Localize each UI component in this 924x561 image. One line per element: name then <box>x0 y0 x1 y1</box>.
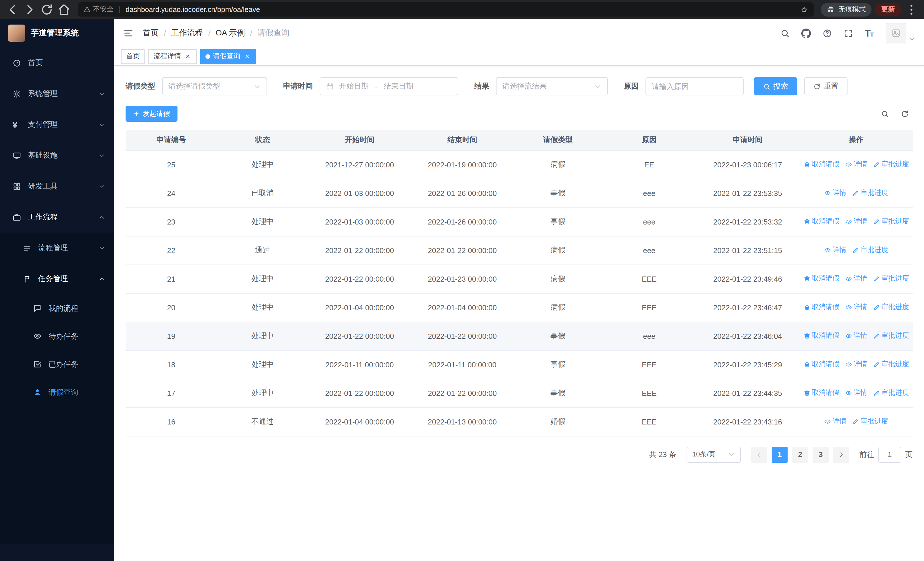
detail-action-link[interactable]: 详情 <box>845 217 867 227</box>
page-button-1[interactable]: 1 <box>772 447 788 462</box>
sidebar-item-4[interactable]: 基础设施 <box>0 140 114 171</box>
page-size-select[interactable]: 10条/页 <box>687 447 741 462</box>
sidebar-item-7[interactable]: 流程管理 <box>0 233 114 263</box>
sidebar-item-12[interactable]: 请假查询 <box>0 378 114 406</box>
filter-buttons: 搜索 重置 <box>754 77 848 95</box>
breadcrumb-item[interactable]: 工作流程 <box>171 28 203 38</box>
table-cell: 通过 <box>217 236 308 265</box>
github-button[interactable] <box>801 28 811 38</box>
start-date-placeholder: 开始日期 <box>339 81 369 92</box>
table-cell: 2022-01-22 00:00:00 <box>308 265 411 293</box>
detail-action-link[interactable]: 详情 <box>845 388 867 398</box>
update-button[interactable]: 更新 <box>875 3 901 16</box>
back-button[interactable] <box>6 3 20 16</box>
detail-action-link[interactable]: 详情 <box>845 160 867 169</box>
cancel-action-link[interactable]: 取消请假 <box>803 217 839 227</box>
detail-action-link[interactable]: 详情 <box>845 359 867 369</box>
help-button[interactable] <box>822 28 832 38</box>
detail-action-link[interactable]: 详情 <box>845 274 867 284</box>
date-range-picker[interactable]: 开始日期 - 结束日期 <box>320 77 458 95</box>
progress-action-link[interactable]: 审批进度 <box>873 388 909 398</box>
prev-page-button[interactable] <box>751 447 767 462</box>
goto-page-input[interactable] <box>878 447 901 462</box>
progress-action-link[interactable]: 审批进度 <box>873 274 909 284</box>
sidebar: 芋道管理系统 首页系统管理¥支付管理基础设施研发工具工作流程流程管理任务管理我的… <box>0 19 114 561</box>
reset-button[interactable]: 重置 <box>804 77 848 95</box>
sidebar-item-10[interactable]: 待办任务 <box>0 322 114 350</box>
progress-action-link[interactable]: 审批进度 <box>873 160 909 169</box>
table-cell: 2022-01-26 00:00:00 <box>411 179 514 208</box>
table-cell: 事假 <box>514 322 602 350</box>
trash-icon <box>803 390 810 397</box>
security-badge[interactable]: 不安全 <box>83 5 114 14</box>
toggle-search-button[interactable] <box>880 110 889 118</box>
table-cell: eee <box>602 179 696 208</box>
filter-result: 结果 请选择流结果 <box>474 77 608 95</box>
detail-action-link[interactable]: 详情 <box>824 188 846 198</box>
page-button-3[interactable]: 3 <box>813 447 829 462</box>
search-submit-button[interactable]: 搜索 <box>754 77 797 95</box>
user-avatar-menu[interactable] <box>886 23 915 44</box>
result-select[interactable]: 请选择流结果 <box>496 77 608 95</box>
detail-action-link[interactable]: 详情 <box>824 245 846 255</box>
progress-action-link[interactable]: 审批进度 <box>873 302 909 312</box>
tab-close-icon[interactable]: × <box>184 52 192 60</box>
sidebar-item-1[interactable]: 首页 <box>0 47 114 78</box>
sidebar-item-11[interactable]: 已办任务 <box>0 350 114 378</box>
cancel-action-link[interactable]: 取消请假 <box>803 359 839 369</box>
sidebar-item-9[interactable]: 我的流程 <box>0 294 114 322</box>
table-header-cell: 结束时间 <box>411 130 514 150</box>
sidebar-item-5[interactable]: 研发工具 <box>0 171 114 202</box>
sidebar-item-2[interactable]: 系统管理 <box>0 78 114 109</box>
breadcrumb-item[interactable]: OA 示例 <box>216 28 245 38</box>
action-label: 取消请假 <box>812 160 839 169</box>
progress-action-link[interactable]: 审批进度 <box>852 417 888 426</box>
next-page-button[interactable] <box>833 447 849 462</box>
eye-icon <box>824 418 831 425</box>
forward-button[interactable] <box>23 3 36 16</box>
detail-action-link[interactable]: 详情 <box>824 417 846 426</box>
create-leave-button[interactable]: 发起请假 <box>126 106 177 122</box>
tab-1[interactable]: 首页 <box>121 49 145 64</box>
sidebar-item-6[interactable]: 工作流程 <box>0 202 114 233</box>
fullscreen-button[interactable] <box>843 28 853 38</box>
cancel-action-link[interactable]: 取消请假 <box>803 302 839 312</box>
reload-button[interactable] <box>40 3 54 16</box>
cancel-action-link[interactable]: 取消请假 <box>803 160 839 169</box>
sidebar-item-3[interactable]: ¥支付管理 <box>0 109 114 140</box>
cancel-action-link[interactable]: 取消请假 <box>803 274 839 284</box>
sidebar-item-label: 请假查询 <box>48 387 78 397</box>
search-button[interactable] <box>780 28 790 38</box>
tab-close-icon[interactable]: × <box>243 52 251 60</box>
sidebar-toggle-button[interactable] <box>123 28 134 38</box>
tab-3[interactable]: 请假查询× <box>200 49 256 64</box>
cancel-action-link[interactable]: 取消请假 <box>803 331 839 341</box>
browser-menu-button[interactable] <box>904 3 918 16</box>
action-label: 审批进度 <box>861 245 888 255</box>
sidebar-filler <box>0 406 114 544</box>
refresh-table-button[interactable] <box>901 110 909 118</box>
table-cell: 病假 <box>514 150 602 179</box>
detail-action-link[interactable]: 详情 <box>845 302 867 312</box>
address-bar[interactable]: 不安全 dashboard.yudao.iocoder.cn/bpm/oa/le… <box>78 2 814 17</box>
detail-action-link[interactable]: 详情 <box>845 331 867 341</box>
font-size-button[interactable]: TT <box>865 28 873 38</box>
chevron-down-icon <box>99 122 105 128</box>
sidebar-item-8[interactable]: 任务管理 <box>0 263 114 294</box>
action-label: 审批进度 <box>861 417 888 426</box>
cancel-action-link[interactable]: 取消请假 <box>803 388 839 398</box>
tab-2[interactable]: 流程详情× <box>148 49 197 64</box>
bookmark-star-icon[interactable] <box>800 5 808 14</box>
table-row: 19处理中2022-01-22 00:00:002022-01-22 00:00… <box>126 322 913 350</box>
home-button[interactable] <box>57 3 71 16</box>
filter-leave-type: 请假类型 请选择请假类型 <box>126 77 267 95</box>
progress-action-link[interactable]: 审批进度 <box>873 359 909 369</box>
progress-action-link[interactable]: 审批进度 <box>873 217 909 227</box>
leave-type-select[interactable]: 请选择请假类型 <box>162 77 267 95</box>
progress-action-link[interactable]: 审批进度 <box>873 331 909 341</box>
reason-input[interactable] <box>652 82 737 90</box>
page-button-2[interactable]: 2 <box>792 447 808 462</box>
progress-action-link[interactable]: 审批进度 <box>852 245 888 255</box>
breadcrumb-item[interactable]: 首页 <box>142 28 159 38</box>
progress-action-link[interactable]: 审批进度 <box>852 188 888 198</box>
